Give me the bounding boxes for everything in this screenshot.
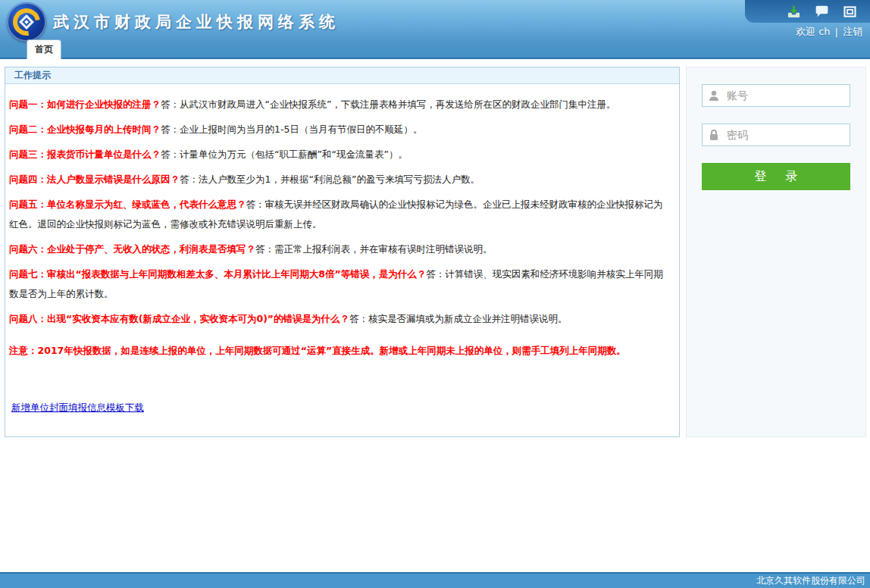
question-text: 问题五：单位名称显示为红、绿或蓝色，代表什么意思？ xyxy=(9,199,246,210)
account-field-wrap xyxy=(702,84,850,107)
template-download-link[interactable]: 新增单位封面填报信息模板下载 xyxy=(11,402,144,414)
qa-item: 问题八：出现“实收资本应有数(新成立企业，实收资本可为0)”的错误是为什么？答：… xyxy=(9,309,671,329)
question-text: 问题一：如何进行企业快报的注册？ xyxy=(9,99,161,110)
question-text: 问题七：审核出“报表数据与上年同期数相差太多、本月累计比上年同期大8倍”等错误，… xyxy=(9,268,426,280)
message-icon[interactable] xyxy=(814,4,830,20)
tab-home-label: 首页 xyxy=(35,43,53,56)
answer-text: 答：从武汉市财政局进入“企业快报系统”，下载注册表格并填写，再发送给所在区的财政… xyxy=(161,99,615,110)
notice-text: 注意：2017年快报数据，如是连续上报的单位，上年同期数据可通过“运算”直接生成… xyxy=(9,341,671,361)
account-input[interactable] xyxy=(702,84,850,107)
window-icon[interactable] xyxy=(842,4,858,20)
welcome-bar: 欢迎 ch | 注销 xyxy=(796,25,862,39)
work-tips-header: 工作提示 xyxy=(5,67,679,84)
question-text: 问题六：企业处于停产、无收入的状态，利润表是否填写？ xyxy=(9,243,255,255)
qa-item: 问题四：法人户数显示错误是什么原因？答：法人户数至少为1，并根据“利润总额”的盈… xyxy=(9,170,671,189)
login-panel: 登 录 xyxy=(686,67,866,437)
separator: | xyxy=(835,27,838,38)
app-logo-icon xyxy=(7,2,46,42)
question-text: 问题二：企业快报每月的上传时间？ xyxy=(9,124,161,135)
answer-text: 答：企业上报时间为当月的1-5日（当月有节假日的不顺延）。 xyxy=(161,124,422,135)
password-field-wrap xyxy=(702,124,850,146)
logout-link[interactable]: 注销 xyxy=(843,25,862,39)
company-name: 北京久其软件股份有限公司 xyxy=(756,574,865,587)
work-tips-body: 问题一：如何进行企业快报的注册？答：从武汉市财政局进入“企业快报系统”，下载注册… xyxy=(5,84,679,414)
header-icon-tray xyxy=(745,0,870,23)
question-text: 问题三：报表货币计量单位是什么？ xyxy=(9,149,161,160)
app-title: 武汉市财政局企业快报网络系统 xyxy=(53,11,340,33)
page-footer: 北京久其软件股份有限公司 xyxy=(0,572,870,588)
download-icon[interactable] xyxy=(786,4,802,20)
qa-item: 问题七：审核出“报表数据与上年同期数相差太多、本月累计比上年同期大8倍”等错误，… xyxy=(9,264,671,304)
user-icon xyxy=(708,89,720,102)
qa-item: 问题五：单位名称显示为红、绿或蓝色，代表什么意思？答：审核无误并经区财政局确认的… xyxy=(9,195,671,234)
qa-item: 问题二：企业快报每月的上传时间？答：企业上报时间为当月的1-5日（当月有节假日的… xyxy=(9,120,671,139)
qa-item: 问题三：报表货币计量单位是什么？答：计量单位为万元（包括“职工薪酬”和“现金流量… xyxy=(9,145,671,164)
app-header: 武汉市财政局企业快报网络系统 欢迎 ch | 注销 xyxy=(0,0,870,59)
question-text: 问题四：法人户数显示错误是什么原因？ xyxy=(9,174,180,185)
question-text: 问题八：出现“实收资本应有数(新成立企业，实收资本可为0)”的错误是为什么？ xyxy=(9,313,349,324)
tab-home[interactable]: 首页 xyxy=(27,39,61,59)
page: 武汉市财政局企业快报网络系统 欢迎 ch | 注销 首页 xyxy=(0,0,870,588)
work-tips-title: 工作提示 xyxy=(14,69,51,82)
qa-item: 问题一：如何进行企业快报的注册？答：从武汉市财政局进入“企业快报系统”，下载注册… xyxy=(9,95,671,114)
answer-text: 答：核实是否漏填或为新成立企业并注明错误说明。 xyxy=(349,313,568,324)
answer-text: 答：计量单位为万元（包括“职工薪酬”和“现金流量表”）。 xyxy=(161,149,408,160)
answer-text: 答：需正常上报利润表，并在审核有误时注明错误说明。 xyxy=(255,243,493,255)
welcome-text: 欢迎 ch xyxy=(796,25,831,39)
work-tips-panel: 工作提示 问题一：如何进行企业快报的注册？答：从武汉市财政局进入“企业快报系统”… xyxy=(5,67,680,437)
qa-item: 问题六：企业处于停产、无收入的状态，利润表是否填写？答：需正常上报利润表，并在审… xyxy=(9,239,671,259)
password-input[interactable] xyxy=(702,124,850,146)
lock-icon xyxy=(708,129,720,141)
login-button[interactable]: 登 录 xyxy=(702,163,850,190)
answer-text: 答：法人户数至少为1，并根据“利润总额”的盈亏来填写亏损法人户数。 xyxy=(180,174,480,185)
